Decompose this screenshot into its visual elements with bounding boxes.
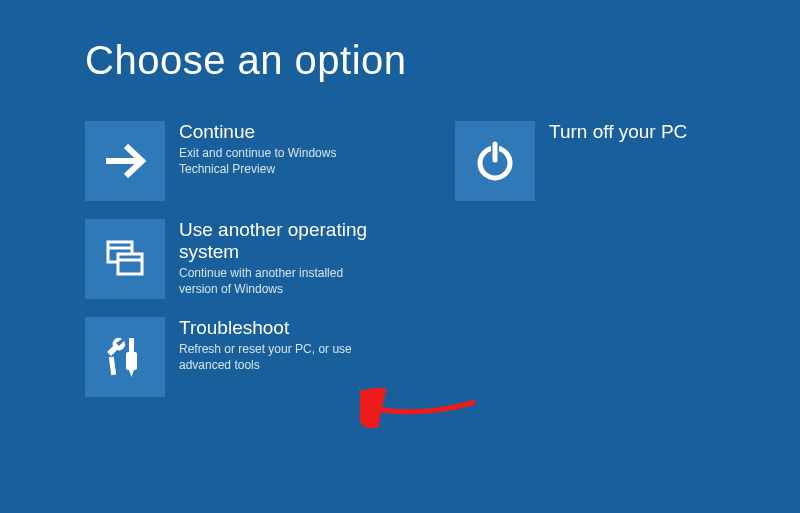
tile-text: Continue Exit and continue to Windows Te… [165, 121, 385, 177]
tile-text: Use another operating system Continue wi… [165, 219, 385, 297]
arrow-right-icon [85, 121, 165, 201]
options-area: Continue Exit and continue to Windows Te… [85, 121, 800, 397]
use-another-os-tile[interactable]: Use another operating system Continue wi… [85, 219, 385, 299]
troubleshoot-tile[interactable]: Troubleshoot Refresh or reset your PC, o… [85, 317, 385, 397]
options-column-left: Continue Exit and continue to Windows Te… [85, 121, 385, 397]
winre-choose-option-screen: Choose an option Continue Exit and conti… [0, 0, 800, 513]
continue-tile[interactable]: Continue Exit and continue to Windows Te… [85, 121, 385, 201]
tile-text: Turn off your PC [535, 121, 687, 145]
tile-title: Continue [179, 121, 385, 143]
tile-text: Troubleshoot Refresh or reset your PC, o… [165, 317, 385, 373]
tile-title: Troubleshoot [179, 317, 385, 339]
tile-desc: Refresh or reset your PC, or use advance… [179, 341, 385, 373]
svg-rect-7 [126, 352, 137, 370]
svg-rect-3 [118, 254, 142, 274]
turn-off-tile[interactable]: Turn off your PC [455, 121, 755, 201]
tile-title: Turn off your PC [549, 121, 687, 143]
tools-icon [85, 317, 165, 397]
svg-rect-5 [109, 357, 116, 376]
tile-desc: Exit and continue to Windows Technical P… [179, 145, 385, 177]
power-icon [455, 121, 535, 201]
page-title: Choose an option [85, 38, 800, 83]
tile-title: Use another operating system [179, 219, 385, 263]
svg-rect-6 [129, 338, 134, 352]
windows-stacked-icon [85, 219, 165, 299]
options-column-right: Turn off your PC [455, 121, 755, 397]
tile-desc: Continue with another installed version … [179, 265, 385, 297]
svg-marker-8 [129, 370, 134, 377]
